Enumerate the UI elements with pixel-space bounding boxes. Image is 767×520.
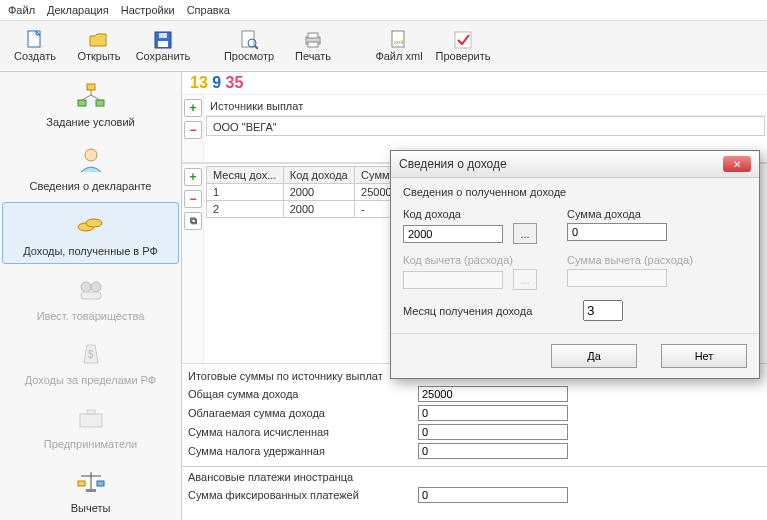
cancel-button[interactable]: Нет bbox=[661, 344, 747, 368]
month-label: Месяц получения дохода bbox=[403, 305, 573, 317]
rate-tabs: 13 9 35 bbox=[182, 72, 767, 95]
sidebar-item-declarant[interactable]: Сведения о декларанте bbox=[0, 136, 181, 200]
check-icon bbox=[453, 30, 473, 50]
svg-rect-12 bbox=[455, 32, 471, 48]
remove-row-button[interactable]: − bbox=[184, 190, 202, 208]
taxable-label: Облагаемая сумма дохода bbox=[188, 407, 418, 419]
add-row-button[interactable]: + bbox=[184, 168, 202, 186]
sidebar-label: Задание условий bbox=[46, 116, 134, 128]
tax-calc-field[interactable] bbox=[418, 424, 568, 440]
new-file-icon bbox=[25, 30, 45, 50]
svg-rect-3 bbox=[159, 33, 167, 38]
table-row[interactable]: 2 2000 - bbox=[207, 201, 406, 218]
income-code-label: Код дохода bbox=[403, 208, 537, 220]
svg-point-19 bbox=[81, 282, 91, 292]
dialog-titlebar[interactable]: Сведения о доходе ✕ bbox=[391, 151, 759, 178]
person-icon bbox=[75, 144, 107, 176]
taxable-field[interactable] bbox=[418, 405, 568, 421]
income-code-lookup-button[interactable]: ... bbox=[513, 223, 537, 244]
add-source-button[interactable]: + bbox=[184, 99, 202, 117]
deduction-sum-label: Сумма вычета (расхода) bbox=[567, 254, 693, 266]
save-label: Сохранить bbox=[136, 50, 191, 62]
sidebar-item-invest: Ивест. товарищества bbox=[0, 266, 181, 330]
open-label: Открыть bbox=[77, 50, 120, 62]
svg-point-18 bbox=[86, 219, 102, 227]
income-grid[interactable]: Месяц дох... Код дохода Сумм... 1 2000 2… bbox=[206, 166, 406, 218]
income-sum-field[interactable] bbox=[567, 223, 667, 241]
fixed-payments-field[interactable] bbox=[418, 487, 568, 503]
col-code[interactable]: Код дохода bbox=[283, 167, 354, 184]
check-button[interactable]: Проверить bbox=[432, 24, 494, 68]
menu-settings[interactable]: Настройки bbox=[121, 4, 175, 16]
save-button[interactable]: Сохранить bbox=[132, 24, 194, 68]
svg-rect-13 bbox=[87, 84, 95, 90]
col-month[interactable]: Месяц дох... bbox=[207, 167, 284, 184]
create-button[interactable]: Создать bbox=[4, 24, 66, 68]
svg-text:$: $ bbox=[88, 349, 94, 360]
svg-rect-14 bbox=[78, 100, 86, 106]
deduction-sum-field bbox=[567, 269, 667, 287]
sidebar-item-conditions[interactable]: Задание условий bbox=[0, 72, 181, 136]
coins-icon bbox=[75, 209, 107, 241]
sidebar-item-income-rf[interactable]: Доходы, полученные в РФ bbox=[2, 202, 179, 264]
deduction-code-lookup-button: ... bbox=[513, 269, 537, 290]
dialog-group-title: Сведения о полученном доходе bbox=[403, 186, 747, 198]
deduction-code-field bbox=[403, 271, 503, 289]
deduction-code-label: Код вычета (расхода) bbox=[403, 254, 537, 266]
menu-help[interactable]: Справка bbox=[187, 4, 230, 16]
sidebar-label: Доходы, полученные в РФ bbox=[23, 245, 158, 257]
dialog-title: Сведения о доходе bbox=[399, 157, 507, 171]
income-sum-label: Сумма дохода bbox=[567, 208, 667, 220]
open-button[interactable]: Открыть bbox=[68, 24, 130, 68]
table-row[interactable]: 1 2000 25000 bbox=[207, 184, 406, 201]
source-row[interactable]: ООО "ВЕГА" bbox=[206, 116, 765, 136]
sidebar-item-income-abroad: $ Доходы за пределами РФ bbox=[0, 330, 181, 394]
month-field[interactable] bbox=[583, 300, 623, 321]
print-label: Печать bbox=[295, 50, 331, 62]
rate-tab-13[interactable]: 13 bbox=[190, 74, 208, 91]
svg-rect-27 bbox=[78, 481, 85, 486]
print-icon bbox=[303, 30, 323, 50]
svg-rect-15 bbox=[96, 100, 104, 106]
xml-file-icon: xml bbox=[389, 30, 409, 50]
print-button[interactable]: Печать bbox=[282, 24, 344, 68]
advance-panel: Авансовые платежи иностранца Сумма фикси… bbox=[182, 466, 767, 510]
tax-withheld-field[interactable] bbox=[418, 443, 568, 459]
rate-tab-9[interactable]: 9 bbox=[212, 74, 221, 91]
save-icon bbox=[153, 30, 173, 50]
menubar: Файл Декларация Настройки Справка bbox=[0, 0, 767, 21]
svg-line-6 bbox=[255, 46, 258, 49]
sidebar: Задание условий Сведения о декларанте До… bbox=[0, 72, 182, 520]
svg-rect-9 bbox=[308, 42, 318, 47]
income-code-field[interactable] bbox=[403, 225, 503, 243]
sidebar-label: Сведения о декларанте bbox=[30, 180, 152, 192]
close-icon: ✕ bbox=[733, 159, 741, 170]
grid-controls: + − ⧉ bbox=[182, 164, 204, 363]
svg-rect-2 bbox=[158, 41, 168, 47]
menu-file[interactable]: Файл bbox=[8, 4, 35, 16]
svg-point-20 bbox=[91, 282, 101, 292]
remove-source-button[interactable]: − bbox=[184, 121, 202, 139]
tax-withheld-label: Сумма налога удержанная bbox=[188, 445, 418, 457]
svg-rect-24 bbox=[87, 410, 95, 414]
duplicate-row-button[interactable]: ⧉ bbox=[184, 212, 202, 230]
total-income-field[interactable] bbox=[418, 386, 568, 402]
toolbar: Создать Открыть Сохранить Просмотр Печат… bbox=[0, 21, 767, 72]
sidebar-label: Доходы за пределами РФ bbox=[25, 374, 156, 386]
xml-button[interactable]: xml Файл xml bbox=[368, 24, 430, 68]
create-label: Создать bbox=[14, 50, 56, 62]
partnership-icon bbox=[75, 274, 107, 306]
svg-rect-23 bbox=[80, 414, 102, 427]
rate-tab-35[interactable]: 35 bbox=[226, 74, 244, 91]
check-label: Проверить bbox=[435, 50, 490, 62]
view-button[interactable]: Просмотр bbox=[218, 24, 280, 68]
open-folder-icon bbox=[89, 30, 109, 50]
tax-calc-label: Сумма налога исчисленная bbox=[188, 426, 418, 438]
total-income-label: Общая сумма дохода bbox=[188, 388, 418, 400]
sidebar-item-deductions[interactable]: Вычеты bbox=[0, 458, 181, 520]
svg-rect-21 bbox=[81, 292, 101, 299]
close-button[interactable]: ✕ bbox=[723, 156, 751, 172]
sidebar-label: Вычеты bbox=[71, 502, 111, 514]
menu-declaration[interactable]: Декларация bbox=[47, 4, 109, 16]
ok-button[interactable]: Да bbox=[551, 344, 637, 368]
